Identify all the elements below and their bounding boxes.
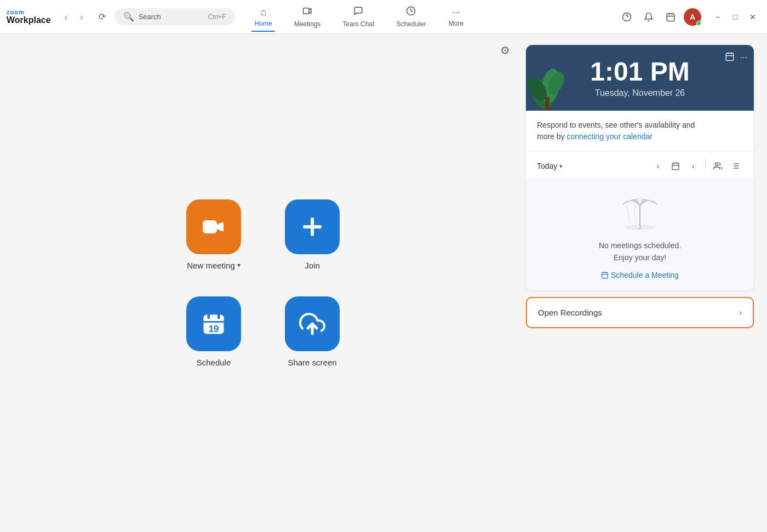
home-icon: ⌂ [260,7,266,18]
new-meeting-dropdown-arrow[interactable]: ▾ [237,261,241,269]
recordings-arrow: › [739,308,742,317]
more-icon: ··· [452,7,460,18]
calendar-nav-arrows: ‹ › [650,158,743,174]
online-status-dot [696,21,701,26]
scheduler-icon [406,6,416,19]
no-meetings-area: No meetings scheduled. Enjoy your day! S… [526,178,754,290]
settings-gear-button[interactable]: ⚙ [497,43,513,58]
svg-line-41 [634,204,636,224]
cal-list-view-button[interactable] [728,158,743,174]
search-placeholder: Search [139,13,161,21]
tab-scheduler[interactable]: Scheduler [385,2,437,32]
calendar-nav: Today ▾ ‹ › [526,151,754,178]
meetings-icon [302,6,312,19]
join-action[interactable]: Join [285,199,340,270]
minimize-button[interactable]: − [710,9,725,25]
left-panel: ⚙ New meeting ▾ [0,34,526,532]
umbrella-illustration [613,189,667,233]
svg-rect-8 [203,220,217,233]
tab-scheduler-label: Scheduler [396,20,426,28]
maximize-button[interactable]: □ [728,9,743,25]
tab-more[interactable]: ··· More [437,2,475,32]
svg-rect-21 [545,97,550,111]
join-label: Join [305,261,320,270]
right-panel: ··· 1:01 PM Tuesday, November 26 Respond… [526,34,767,532]
connect-calendar-text: Respond to events, see other's availabil… [537,119,743,142]
share-screen-icon [285,296,340,351]
cal-prev-button[interactable]: ‹ [650,158,666,174]
help-button[interactable] [618,8,636,26]
time-display: 1:01 PM [590,58,689,87]
schedule-meeting-label: Schedule a Meeting [611,271,679,279]
search-box[interactable]: 🔍 Search Ctrl+F [115,8,235,25]
cal-people-view-button[interactable] [710,158,725,174]
open-recordings-button[interactable]: Open Recordings › [526,297,754,328]
schedule-label: Schedule [197,358,231,367]
svg-rect-0 [303,8,309,14]
history-nav: ‹ › [60,10,88,24]
calendar-top-icons: ··· [725,52,747,64]
logo-zoom: zoom [7,9,25,15]
new-meeting-icon [186,199,241,254]
calendar-more-button[interactable]: ··· [740,52,747,64]
date-display: Tuesday, November 26 [595,88,685,98]
titlebar: zoom Workplace ‹ › ⟳ 🔍 Search Ctrl+F ⌂ H… [0,0,767,34]
avatar-letter: A [690,13,695,21]
svg-rect-27 [672,163,679,170]
tab-more-label: More [449,20,463,27]
chat-icon [353,6,363,19]
cal-nav-divider [705,158,706,169]
calendar-button[interactable] [662,8,679,26]
avatar-button[interactable]: A [684,8,701,26]
tab-home-label: Home [255,20,272,27]
right-controls: A − □ ✕ [618,8,760,26]
logo-workplace: Workplace [7,15,51,25]
main-content: ⚙ New meeting ▾ [0,34,767,532]
schedule-action[interactable]: 19 Schedule [186,296,241,367]
calendar-card: ··· 1:01 PM Tuesday, November 26 Respond… [526,45,754,290]
new-meeting-action[interactable]: New meeting ▾ [186,199,241,270]
calendar-header: ··· 1:01 PM Tuesday, November 26 [526,45,754,111]
notifications-button[interactable] [640,8,657,26]
tab-team-chat-label: Team Chat [342,20,374,28]
svg-rect-4 [667,14,674,21]
schedule-meeting-link[interactable]: Schedule a Meeting [601,271,679,279]
settings-icon: ⚙ [500,44,510,57]
svg-line-40 [627,207,630,224]
cal-next-button[interactable]: › [685,158,701,174]
share-screen-label: Share screen [288,358,336,367]
tab-meetings-label: Meetings [294,20,321,28]
calendar-add-button[interactable] [725,52,735,64]
today-dropdown-arrow: ▾ [559,163,563,170]
cal-today-icon-button[interactable] [668,158,683,174]
back-button[interactable]: ‹ [60,10,73,24]
svg-rect-42 [602,272,608,278]
no-meetings-text: No meetings scheduled. Enjoy your day! [599,239,681,264]
connect-calendar-link[interactable]: connecting your calendar [566,132,652,141]
schedule-icon: 19 [186,296,241,351]
action-grid: New meeting ▾ Join [186,199,340,367]
history-button[interactable]: ⟳ [95,9,110,25]
forward-button[interactable]: › [75,10,88,24]
share-screen-action[interactable]: Share screen [285,296,340,367]
new-meeting-label: New meeting ▾ [187,261,241,270]
window-controls: − □ ✕ [710,9,760,25]
close-button[interactable]: ✕ [745,9,760,25]
calendar-body: Respond to events, see other's availabil… [526,111,754,151]
svg-text:19: 19 [209,323,219,334]
main-nav: ⌂ Home Meetings Team Chat Scheduler ··· … [244,2,476,32]
tab-home[interactable]: ⌂ Home [244,2,283,32]
plant-decoration [526,45,575,111]
search-shortcut: Ctrl+F [208,13,226,21]
svg-point-31 [715,163,718,165]
search-icon: 🔍 [123,12,134,22]
today-button[interactable]: Today ▾ [537,162,563,170]
tab-meetings[interactable]: Meetings [283,2,332,32]
tab-team-chat[interactable]: Team Chat [331,2,385,32]
join-icon [285,199,340,254]
svg-rect-23 [726,53,734,61]
svg-rect-12 [204,314,224,322]
logo: zoom Workplace [7,9,51,25]
recordings-label: Open Recordings [538,308,602,317]
